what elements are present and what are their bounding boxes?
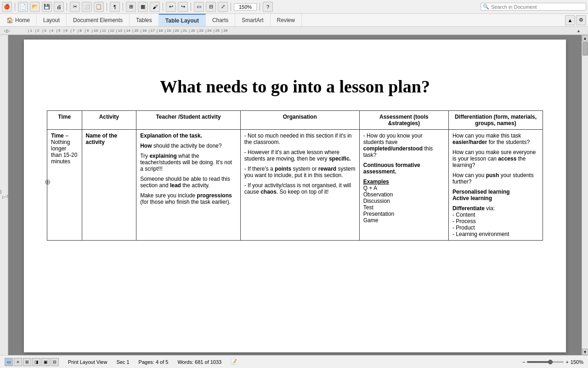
cell-assessment: - How do you know your students have com… xyxy=(359,130,448,241)
scrollbar-vertical[interactable]: ▲ ▼ xyxy=(582,35,588,355)
search-box-wrapper: 🔍 xyxy=(481,3,586,11)
print-layout-btn[interactable]: ▭ xyxy=(5,358,13,366)
cell-differentiation: How can you make this task easier/harder… xyxy=(448,130,543,241)
tab-smartart[interactable]: SmartArt xyxy=(235,14,270,26)
tab-layout[interactable]: Layout xyxy=(37,14,67,26)
scroll-up-btn[interactable]: ▲ xyxy=(582,35,588,41)
lesson-table: Time Activity Teacher /Student activity … xyxy=(47,110,543,241)
zoom-slider[interactable]: − + 150% xyxy=(522,359,583,365)
sep6 xyxy=(191,3,191,11)
col-header-org: Organisation xyxy=(240,111,359,130)
web-btn[interactable]: ◨ xyxy=(32,358,40,366)
sep8 xyxy=(260,3,260,11)
apple-menu-icon[interactable]: 🍎 xyxy=(2,2,12,12)
open-icon[interactable]: 📂 xyxy=(30,2,40,12)
view-toggle-icon[interactable]: ⊞ xyxy=(126,2,136,12)
col-header-teacher: Teacher /Student activity xyxy=(136,111,241,130)
tab-review[interactable]: Review xyxy=(271,14,302,26)
cut-icon[interactable]: ✂ xyxy=(70,2,80,12)
ruler: ◁▷ | 1 | 2 | 3 | 4 | 5 | 6 | 7 | 8 | 9 |… xyxy=(0,27,588,35)
copy-icon[interactable]: ⬜ xyxy=(82,2,92,12)
tab-home[interactable]: 🏠 Home xyxy=(0,14,37,26)
search-input[interactable] xyxy=(491,4,583,10)
sep5 xyxy=(163,3,163,11)
status-bar: ▭ ≡ ⊞ ◨ ▣ ⊟ Print Layout View Sec 1 Page… xyxy=(0,355,588,368)
tab-table-layout[interactable]: Table Layout xyxy=(159,14,206,26)
zoom-display[interactable]: 150% xyxy=(234,3,257,11)
side-by-side-btn[interactable]: ⊟ xyxy=(51,358,59,366)
main-area: ◁ ▷ 12345678910 ▼ ⊕ What needs to go int… xyxy=(0,35,588,355)
help-icon[interactable]: ? xyxy=(263,2,273,12)
scroll-track[interactable] xyxy=(582,41,588,349)
redo-icon[interactable]: ↪ xyxy=(178,2,188,12)
zoom-handle[interactable] xyxy=(548,360,553,364)
scroll-down-btn[interactable]: ▼ xyxy=(582,349,588,355)
sec-label: Sec 1 xyxy=(116,359,129,365)
cell-teacher: Explanation of the task. How should the … xyxy=(136,130,241,241)
cell-organisation: - Not so much needed in this section if … xyxy=(240,130,359,241)
save-icon[interactable]: 💾 xyxy=(42,2,52,12)
pages-label: Pages: 4 of 5 xyxy=(139,359,169,365)
status-bar-right: − + 150% xyxy=(522,359,583,365)
ribbon-expand-icon[interactable]: ▲ xyxy=(565,15,575,25)
words-label: Words: 681 of 1033 xyxy=(177,359,221,365)
document-area[interactable]: ⊕ What needs to go into a lesson plan? T… xyxy=(8,35,582,355)
focus-btn[interactable]: ▣ xyxy=(41,358,50,366)
table-header-row: Time Activity Teacher /Student activity … xyxy=(47,111,543,130)
sep7 xyxy=(231,3,231,11)
paste-icon[interactable]: 📋 xyxy=(94,2,104,12)
ribbon: 🏠 Home Layout Document Elements Tables T… xyxy=(0,14,588,27)
sep3 xyxy=(107,3,107,11)
track-changes-icon[interactable]: 📝 xyxy=(231,359,237,365)
tab-charts[interactable]: Charts xyxy=(206,14,235,26)
table-row: Time – Nothing longer than 15-20 minutes… xyxy=(47,130,543,241)
zoom-out-btn[interactable]: − xyxy=(522,359,525,365)
left-ruler: ◁ ▷ 12345678910 ▼ xyxy=(0,35,8,355)
fullscreen-icon[interactable]: ⤢ xyxy=(218,2,228,12)
view-icon2[interactable]: ▦ xyxy=(138,2,148,12)
home-icon: 🏠 xyxy=(6,17,13,23)
col-header-assessment: Assessment (tools &strategies) xyxy=(359,111,448,130)
layout-icon[interactable]: ▭ xyxy=(194,2,204,12)
undo-icon[interactable]: ↩ xyxy=(166,2,176,12)
view-label: Print Layout View xyxy=(68,359,107,365)
col-header-diff: Differentiation (form, materials, groups… xyxy=(448,111,543,130)
move-handle[interactable]: ⊕ xyxy=(45,178,51,186)
col-header-activity: Activity xyxy=(82,111,136,130)
notebook-btn[interactable]: ⊞ xyxy=(23,358,31,366)
toolbar: 🍎 📄 📂 💾 🖨 ✂ ⬜ 📋 ¶ ⊞ ▦ 🖌 ↩ ↪ ▭ ⊟ ⤢ 150% ?… xyxy=(0,0,588,14)
view-icons: ▭ ≡ ⊞ ◨ ▣ ⊟ xyxy=(5,358,59,366)
tab-document-elements[interactable]: Document Elements xyxy=(67,14,130,26)
scroll-thumb[interactable] xyxy=(582,42,588,56)
tab-tables[interactable]: Tables xyxy=(130,14,159,26)
page: ⊕ What needs to go into a lesson plan? T… xyxy=(24,40,566,352)
cell-activity: Name of the activity xyxy=(82,130,136,241)
zoom-percent: 150% xyxy=(571,359,583,365)
zoom-fill xyxy=(527,361,549,363)
outline-btn[interactable]: ≡ xyxy=(14,358,22,366)
activity-label: Name of the activity xyxy=(86,132,118,145)
zoom-track[interactable] xyxy=(527,361,564,363)
cell-time: Time – Nothing longer than 15-20 minutes xyxy=(47,130,82,241)
search-icon: 🔍 xyxy=(483,4,489,10)
ribbon-end: ▲ ⚙ xyxy=(565,14,588,26)
layout2-icon[interactable]: ⊟ xyxy=(206,2,216,12)
sep2 xyxy=(67,3,67,11)
sep1 xyxy=(15,3,15,11)
col-header-time: Time xyxy=(47,111,82,130)
format-marks-icon[interactable]: ¶ xyxy=(110,2,120,12)
ribbon-settings-icon[interactable]: ⚙ xyxy=(576,15,586,25)
sep4 xyxy=(123,3,123,11)
new-doc-icon[interactable]: 📄 xyxy=(18,2,28,12)
print-icon[interactable]: 🖨 xyxy=(54,2,64,12)
page-title: What needs to go into a lesson plan? xyxy=(47,76,543,97)
zoom-in-btn[interactable]: + xyxy=(565,359,568,365)
paint-icon[interactable]: 🖌 xyxy=(150,2,160,12)
